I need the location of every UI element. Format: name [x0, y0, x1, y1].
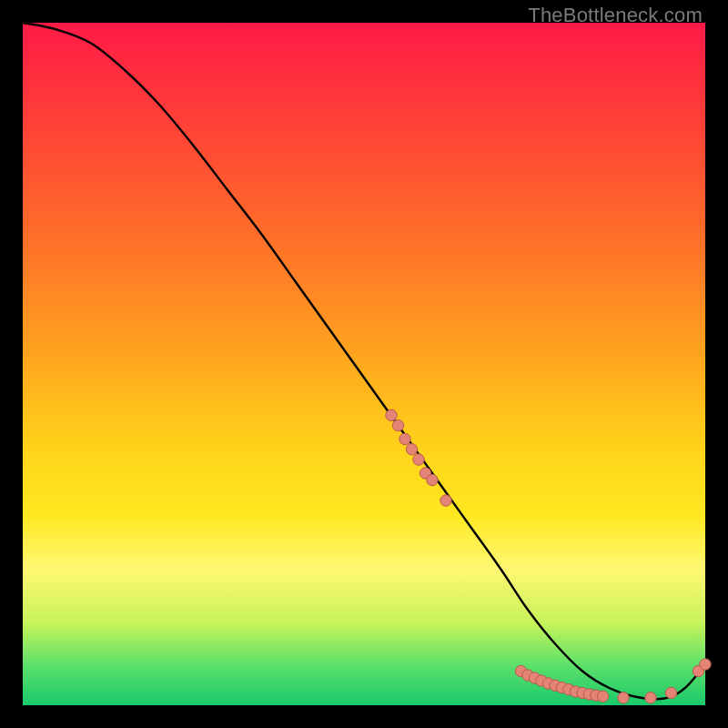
curve-marker	[440, 495, 451, 506]
curve-marker	[399, 433, 410, 444]
curve-marker	[618, 693, 629, 703]
curve-marker	[413, 454, 424, 465]
chart-stage: TheBottleneck.com	[0, 0, 728, 728]
curve-marker	[645, 693, 656, 703]
curve-marker	[665, 687, 676, 698]
curve-marker	[392, 420, 403, 430]
curve-marker	[386, 410, 397, 420]
chart-overlay-svg	[23, 23, 705, 705]
curve-markers	[386, 410, 711, 703]
curve-marker	[427, 474, 438, 485]
curve-marker	[406, 444, 417, 455]
bottleneck-curve	[23, 23, 705, 699]
curve-marker	[700, 659, 711, 670]
curve-marker	[597, 691, 608, 702]
